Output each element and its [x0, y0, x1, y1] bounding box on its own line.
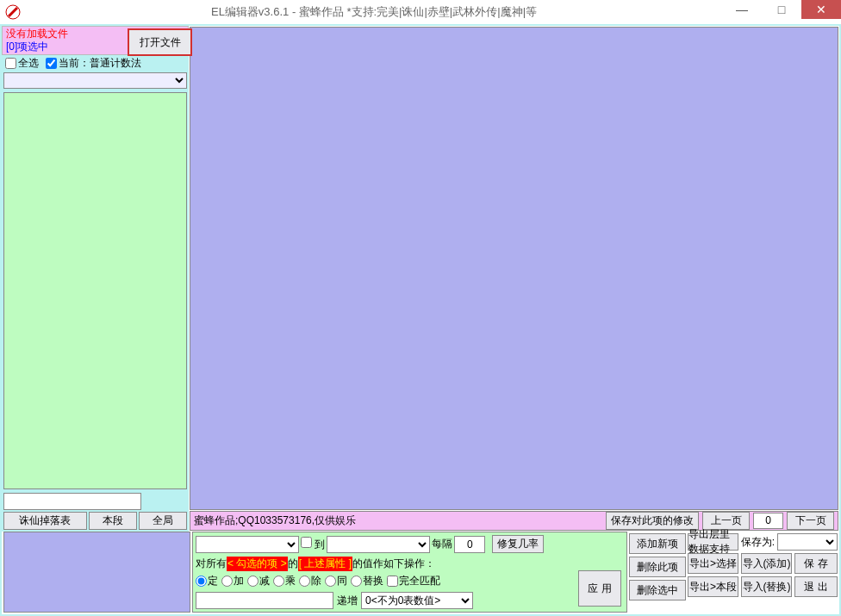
increment-label: 递增	[337, 594, 358, 608]
op-description: 对所有 < 勾选的项 > 的 [ 上述属性 ] 的值作如下操作：	[196, 557, 624, 571]
section-select[interactable]	[3, 72, 187, 89]
segment-button[interactable]: 本段	[89, 512, 137, 530]
batch-op-panel: 到 每隔 修复几率 应 用 对所有 < 勾选的项 > 的 [ 上述属性 ] 的值…	[192, 532, 627, 613]
op-mul-radio[interactable]: 乘	[273, 574, 296, 588]
fix-rate-button[interactable]: 修复几率	[492, 535, 544, 553]
from-value-select[interactable]	[196, 536, 299, 553]
exit-button[interactable]: 退 出	[794, 576, 838, 597]
status-bar: 蜜蜂作品;QQ1033573176,仅供娱乐 保存对此项的修改 上一页 0 下一…	[190, 511, 838, 531]
op-div-radio[interactable]: 除	[299, 574, 321, 588]
op-sub-radio[interactable]: 减	[247, 574, 270, 588]
close-button[interactable]: ✕	[801, 0, 841, 19]
import-replace-button[interactable]: 导入(替换)	[741, 576, 792, 597]
export-select-button[interactable]: 导出>选择	[688, 553, 738, 574]
open-file-button[interactable]: 打开文件	[128, 28, 192, 56]
op-add-radio[interactable]: 加	[221, 574, 244, 588]
save-as-label: 保存为:	[741, 535, 775, 550]
main-property-area[interactable]	[190, 27, 838, 510]
titlebar: EL编辑器v3.6.1 - 蜜蜂作品 *支持:完美|诛仙|赤壁|武林外传|魔神|…	[0, 0, 841, 24]
to-checkbox[interactable]: 到	[301, 537, 325, 552]
apply-button[interactable]: 应 用	[578, 570, 621, 607]
op-set-radio[interactable]: 定	[196, 574, 218, 588]
select-all-checkbox[interactable]: 全选	[5, 56, 39, 71]
delete-selected-button[interactable]: 删除选中	[629, 580, 686, 600]
delete-item-button[interactable]: 删除此项	[629, 557, 686, 577]
op-fullmatch-checkbox[interactable]: 完全匹配	[387, 574, 440, 588]
page-number: 0	[753, 513, 783, 529]
op-same-radio[interactable]: 同	[325, 574, 347, 588]
add-item-button[interactable]: 添加新项	[629, 533, 686, 554]
every-input[interactable]	[454, 536, 485, 553]
save-as-select[interactable]	[777, 533, 838, 551]
every-label: 每隔	[432, 537, 452, 551]
next-page-button[interactable]: 下一页	[787, 512, 834, 530]
bottom-left-panel	[3, 532, 190, 613]
to-value-select[interactable]	[327, 536, 430, 553]
item-list[interactable]	[3, 92, 187, 489]
import-add-button[interactable]: 导入(添加)	[741, 553, 792, 574]
value-input[interactable]	[196, 592, 333, 609]
filter-input[interactable]	[3, 493, 141, 510]
export-segment-button[interactable]: 导出>本段	[688, 576, 738, 597]
save-item-changes-button[interactable]: 保存对此项的修改	[606, 512, 699, 530]
minimize-button[interactable]: ―	[722, 0, 762, 19]
drop-table-button[interactable]: 诛仙掉落表	[3, 512, 87, 530]
credit-text: 蜜蜂作品;QQ1033573176,仅供娱乐	[194, 513, 602, 528]
window-title: EL编辑器v3.6.1 - 蜜蜂作品 *支持:完美|诛仙|赤壁|武林外传|魔神|…	[26, 4, 722, 20]
global-button[interactable]: 全局	[139, 512, 187, 530]
maximize-button[interactable]: □	[762, 0, 801, 19]
app-icon	[5, 4, 21, 20]
zero-rule-select[interactable]: 0<不为0表数值>	[361, 592, 473, 609]
export-layer-support-button[interactable]: 导出层里数据支持	[688, 533, 738, 551]
save-button[interactable]: 保 存	[794, 553, 838, 574]
current-mode-checkbox[interactable]: 当前：普通计数法	[46, 56, 141, 71]
op-replace-radio[interactable]: 替换	[351, 574, 383, 588]
